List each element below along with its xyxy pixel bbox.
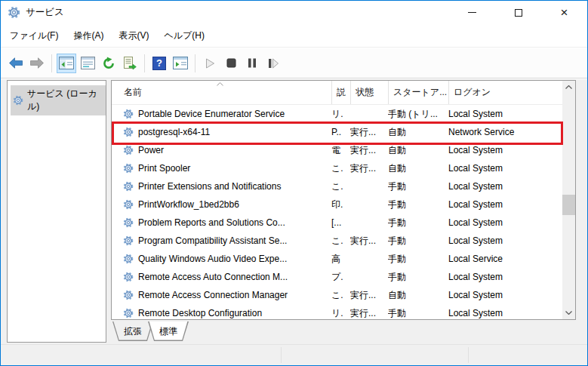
table-row[interactable]: Printer Extensions and Notifications こ. … xyxy=(112,177,561,195)
service-logon-cell: Network Service xyxy=(448,127,561,137)
service-name-cell: Power xyxy=(112,145,331,155)
service-description-cell: リ. xyxy=(331,307,350,320)
restart-service-button[interactable] xyxy=(263,54,283,73)
pause-service-button[interactable] xyxy=(242,54,262,73)
column-header-startup-type[interactable]: スタートア... xyxy=(388,81,448,104)
table-row[interactable]: Portable Device Enumerator Service リ. 手動… xyxy=(112,105,561,123)
menu-view[interactable]: 表示(V) xyxy=(111,26,156,46)
column-header-description[interactable]: 説 xyxy=(331,81,350,104)
close-button[interactable]: × xyxy=(541,1,587,24)
maximize-icon xyxy=(515,9,522,17)
service-gear-icon xyxy=(123,217,134,228)
start-service-icon xyxy=(205,58,215,69)
service-name: Program Compatibility Assistant Se... xyxy=(138,235,287,246)
back-button[interactable] xyxy=(6,54,26,73)
toolbar-separator xyxy=(195,54,195,72)
table-row[interactable]: Problem Reports and Solutions Co... [...… xyxy=(112,214,561,232)
export-list-button[interactable] xyxy=(120,54,140,73)
stop-service-button[interactable] xyxy=(221,54,241,73)
service-gear-icon xyxy=(123,109,134,119)
service-name-cell: Quality Windows Audio Video Expe... xyxy=(112,254,331,264)
column-header-status[interactable]: 状態 xyxy=(350,81,388,104)
service-gear-icon xyxy=(123,272,134,282)
scroll-up-button[interactable] xyxy=(562,81,575,94)
service-name-cell: Problem Reports and Solutions Co... xyxy=(112,217,331,228)
service-name-cell: Remote Access Connection Manager xyxy=(112,290,331,300)
service-name-cell: Remote Desktop Configuration xyxy=(112,308,331,318)
service-status-cell: 実行... xyxy=(350,307,388,320)
table-row[interactable]: postgresql-x64-11 P.. 実行... 自動 Network S… xyxy=(112,123,561,141)
show-hide-console-tree-button[interactable] xyxy=(57,54,76,73)
title-bar: サービス × xyxy=(1,1,587,24)
help-icon: ? xyxy=(152,57,166,70)
tab-extended[interactable]: 拡張 xyxy=(112,321,153,341)
service-logon-cell: Local System xyxy=(448,145,561,155)
service-startup-cell: 手動 xyxy=(388,180,448,193)
service-startup-cell: 手動 (トリ... xyxy=(388,108,448,121)
service-name: PrintWorkflow_1bed2bb6 xyxy=(138,199,239,210)
table-row[interactable]: Remote Access Connection Manager こ. 実行..… xyxy=(112,286,561,304)
minimize-button[interactable] xyxy=(449,1,495,24)
service-gear-icon xyxy=(123,235,134,246)
service-gear-icon xyxy=(123,181,134,192)
show-hide-action-pane-button[interactable] xyxy=(171,54,190,73)
service-name: Problem Reports and Solutions Co... xyxy=(138,217,285,228)
service-status-cell: 実行... xyxy=(350,126,388,139)
service-startup-cell: 自動 xyxy=(388,289,448,302)
view-tabs-bar: 拡張 標準 xyxy=(111,321,576,344)
column-header-name[interactable]: 名前 xyxy=(112,81,331,104)
service-startup-cell: 手動 xyxy=(388,217,448,229)
scrollbar-thumb[interactable] xyxy=(562,195,575,215)
service-description-cell: こ. xyxy=(331,180,350,193)
maximize-button[interactable] xyxy=(495,1,541,24)
menu-file[interactable]: ファイル(F) xyxy=(2,26,66,46)
table-row[interactable]: Program Compatibility Assistant Se... こ.… xyxy=(112,232,561,250)
console-tree-pane: サービス (ローカル) xyxy=(7,80,106,343)
service-list-pane: 名前 説 状態 スタートア... ログオン Portable Device En… xyxy=(111,80,576,320)
start-service-button[interactable] xyxy=(200,54,220,73)
table-row[interactable]: Print Spooler こ. 実行... 自動 Local System xyxy=(112,159,561,177)
service-description-cell: 電 xyxy=(331,144,350,157)
scroll-down-button[interactable] xyxy=(562,306,575,319)
table-row[interactable]: PrintWorkflow_1bed2bb6 印. 手動 Local Syste… xyxy=(112,195,561,214)
service-name-cell: Program Compatibility Assistant Se... xyxy=(112,235,331,246)
service-logon-cell: Local System xyxy=(448,235,561,246)
sidebar-item-services-local[interactable]: サービス (ローカル) xyxy=(11,85,106,115)
service-name: Power xyxy=(138,145,164,155)
menu-bar: ファイル(F) 操作(A) 表示(V) ヘルプ(H) xyxy=(1,24,587,48)
forward-button[interactable] xyxy=(27,54,47,73)
service-startup-cell: 自動 xyxy=(388,126,448,139)
menu-help[interactable]: ヘルプ(H) xyxy=(156,26,212,46)
column-header-logon[interactable]: ログオン xyxy=(448,81,562,104)
service-logon-cell: Local System xyxy=(448,272,561,282)
service-description-cell: P.. xyxy=(331,127,350,137)
restart-service-icon xyxy=(268,58,279,69)
vertical-scrollbar[interactable] xyxy=(562,81,575,319)
service-name-cell: Printer Extensions and Notifications xyxy=(112,181,331,192)
toolbar: ? xyxy=(1,48,587,78)
service-name-cell: Portable Device Enumerator Service xyxy=(112,109,331,119)
table-row[interactable]: Remote Access Auto Connection M... プ. 手動… xyxy=(112,268,561,286)
table-row[interactable]: Power 電 実行... 自動 Local System xyxy=(112,141,561,159)
service-name: postgresql-x64-11 xyxy=(138,127,210,137)
sort-asc-icon xyxy=(217,82,223,86)
service-name-cell: PrintWorkflow_1bed2bb6 xyxy=(112,199,331,210)
table-row[interactable]: Remote Desktop Configuration リ. 実行... 手動… xyxy=(112,304,561,322)
service-gear-icon xyxy=(123,290,134,300)
service-logon-cell: Local System xyxy=(448,163,561,174)
service-description-cell: リ. xyxy=(331,108,350,121)
tab-standard[interactable]: 標準 xyxy=(148,321,189,341)
service-name: Portable Device Enumerator Service xyxy=(138,109,285,119)
service-list-body: Portable Device Enumerator Service リ. 手動… xyxy=(112,105,561,322)
service-name: Printer Extensions and Notifications xyxy=(138,181,281,192)
help-button[interactable]: ? xyxy=(149,54,169,73)
service-gear-icon xyxy=(123,145,134,155)
properties-button[interactable] xyxy=(78,54,97,73)
sidebar-item-label: サービス (ローカル) xyxy=(27,88,100,113)
pause-service-icon xyxy=(248,58,257,68)
table-row[interactable]: Quality Windows Audio Video Expe... 高 手動… xyxy=(112,250,561,268)
service-name-cell: postgresql-x64-11 xyxy=(112,127,331,137)
service-status-cell: 実行... xyxy=(350,289,388,302)
refresh-button[interactable] xyxy=(99,54,119,73)
menu-action[interactable]: 操作(A) xyxy=(66,26,111,46)
